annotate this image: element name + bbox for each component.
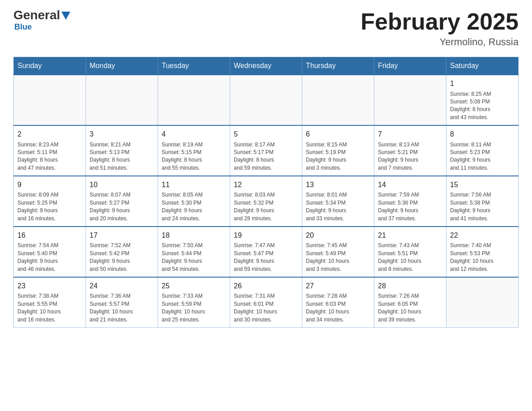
day-info: Sunrise: 8:05 AMSunset: 5:30 PMDaylight:… (162, 191, 226, 223)
day-number: 19 (234, 231, 298, 240)
calendar-cell (374, 75, 446, 125)
day-info: Sunrise: 8:21 AMSunset: 5:13 PMDaylight:… (90, 141, 154, 172)
calendar-cell: 6Sunrise: 8:15 AMSunset: 5:19 PMDaylight… (302, 125, 374, 176)
day-info: Sunrise: 8:23 AMSunset: 5:11 PMDaylight:… (17, 141, 82, 172)
calendar-cell: 12Sunrise: 8:03 AMSunset: 5:32 PMDayligh… (230, 176, 302, 227)
logo-main-text: General (13, 9, 60, 21)
location-text: Yermolino, Russia (360, 36, 519, 48)
day-info: Sunrise: 8:01 AMSunset: 5:34 PMDaylight:… (306, 191, 370, 223)
day-info: Sunrise: 7:26 AMSunset: 6:05 PMDaylight:… (378, 292, 442, 324)
calendar-table: SundayMondayTuesdayWednesdayThursdayFrid… (13, 57, 519, 328)
day-info: Sunrise: 8:11 AMSunset: 5:23 PMDaylight:… (450, 141, 515, 172)
day-info: Sunrise: 8:19 AMSunset: 5:15 PMDaylight:… (162, 141, 226, 172)
weekday-header-thursday: Thursday (302, 57, 374, 75)
day-info: Sunrise: 7:40 AMSunset: 5:53 PMDaylight:… (450, 242, 515, 273)
calendar-cell: 4Sunrise: 8:19 AMSunset: 5:15 PMDaylight… (158, 125, 230, 176)
calendar-cell (14, 75, 86, 125)
calendar-cell: 2Sunrise: 8:23 AMSunset: 5:11 PMDaylight… (14, 125, 86, 176)
calendar-cell: 18Sunrise: 7:50 AMSunset: 5:44 PMDayligh… (158, 227, 230, 277)
day-info: Sunrise: 8:15 AMSunset: 5:19 PMDaylight:… (306, 141, 370, 172)
day-number: 6 (306, 129, 370, 139)
day-info: Sunrise: 8:09 AMSunset: 5:25 PMDaylight:… (17, 191, 82, 223)
day-info: Sunrise: 7:47 AMSunset: 5:47 PMDaylight:… (234, 242, 298, 273)
day-info: Sunrise: 7:31 AMSunset: 6:01 PMDaylight:… (234, 292, 298, 324)
day-info: Sunrise: 8:07 AMSunset: 5:27 PMDaylight:… (90, 191, 154, 223)
calendar-cell: 17Sunrise: 7:52 AMSunset: 5:42 PMDayligh… (86, 227, 158, 277)
calendar-cell: 21Sunrise: 7:43 AMSunset: 5:51 PMDayligh… (374, 227, 446, 277)
calendar-cell: 13Sunrise: 8:01 AMSunset: 5:34 PMDayligh… (302, 176, 374, 227)
calendar-cell: 26Sunrise: 7:31 AMSunset: 6:01 PMDayligh… (230, 277, 302, 327)
day-number: 14 (378, 180, 442, 190)
month-title: February 2025 (360, 9, 519, 34)
day-info: Sunrise: 7:52 AMSunset: 5:42 PMDaylight:… (90, 242, 154, 273)
calendar-cell: 8Sunrise: 8:11 AMSunset: 5:23 PMDaylight… (446, 125, 519, 176)
day-info: Sunrise: 7:43 AMSunset: 5:51 PMDaylight:… (378, 242, 442, 273)
logo: General Blue (13, 9, 70, 32)
calendar-cell (446, 277, 519, 327)
week-row-1: 1Sunrise: 8:25 AMSunset: 5:08 PMDaylight… (14, 75, 519, 125)
day-number: 1 (450, 79, 515, 89)
calendar-cell: 14Sunrise: 7:59 AMSunset: 5:36 PMDayligh… (374, 176, 446, 227)
calendar-cell: 7Sunrise: 8:13 AMSunset: 5:21 PMDaylight… (374, 125, 446, 176)
calendar-cell: 9Sunrise: 8:09 AMSunset: 5:25 PMDaylight… (14, 176, 86, 227)
day-number: 10 (90, 180, 154, 190)
calendar-cell: 11Sunrise: 8:05 AMSunset: 5:30 PMDayligh… (158, 176, 230, 227)
weekday-header-friday: Friday (374, 57, 446, 75)
day-number: 25 (162, 281, 226, 291)
weekday-header-tuesday: Tuesday (158, 57, 230, 75)
calendar-cell: 1Sunrise: 8:25 AMSunset: 5:08 PMDaylight… (446, 75, 519, 125)
calendar-cell: 16Sunrise: 7:54 AMSunset: 5:40 PMDayligh… (14, 227, 86, 277)
day-number: 12 (234, 180, 298, 190)
day-number: 20 (306, 231, 370, 240)
day-number: 2 (17, 129, 82, 139)
calendar-cell: 28Sunrise: 7:26 AMSunset: 6:05 PMDayligh… (374, 277, 446, 327)
day-number: 4 (162, 129, 226, 139)
day-number: 24 (90, 281, 154, 291)
weekday-header-monday: Monday (86, 57, 158, 75)
calendar-cell: 25Sunrise: 7:33 AMSunset: 5:59 PMDayligh… (158, 277, 230, 327)
calendar-cell: 19Sunrise: 7:47 AMSunset: 5:47 PMDayligh… (230, 227, 302, 277)
calendar-cell: 20Sunrise: 7:45 AMSunset: 5:49 PMDayligh… (302, 227, 374, 277)
weekday-header-wednesday: Wednesday (230, 57, 302, 75)
day-number: 8 (450, 129, 515, 139)
day-info: Sunrise: 7:45 AMSunset: 5:49 PMDaylight:… (306, 242, 370, 273)
day-number: 3 (90, 129, 154, 139)
calendar-cell (86, 75, 158, 125)
day-info: Sunrise: 7:56 AMSunset: 5:38 PMDaylight:… (450, 191, 515, 223)
day-info: Sunrise: 8:17 AMSunset: 5:17 PMDaylight:… (234, 141, 298, 172)
day-info: Sunrise: 7:59 AMSunset: 5:36 PMDaylight:… (378, 191, 442, 223)
day-info: Sunrise: 7:28 AMSunset: 6:03 PMDaylight:… (306, 292, 370, 324)
day-number: 21 (378, 231, 442, 240)
day-info: Sunrise: 8:03 AMSunset: 5:32 PMDaylight:… (234, 191, 298, 223)
weekday-header-row: SundayMondayTuesdayWednesdayThursdayFrid… (14, 57, 519, 75)
title-section: February 2025 Yermolino, Russia (360, 9, 519, 48)
day-info: Sunrise: 7:36 AMSunset: 5:57 PMDaylight:… (90, 292, 154, 324)
calendar-cell: 23Sunrise: 7:38 AMSunset: 5:55 PMDayligh… (14, 277, 86, 327)
week-row-2: 2Sunrise: 8:23 AMSunset: 5:11 PMDaylight… (14, 125, 519, 176)
day-info: Sunrise: 8:25 AMSunset: 5:08 PMDaylight:… (450, 90, 515, 122)
calendar-cell: 5Sunrise: 8:17 AMSunset: 5:17 PMDaylight… (230, 125, 302, 176)
logo-sub-text: Blue (13, 22, 32, 32)
day-number: 26 (234, 281, 298, 291)
day-info: Sunrise: 7:50 AMSunset: 5:44 PMDaylight:… (162, 242, 226, 273)
day-number: 17 (90, 231, 154, 240)
day-number: 22 (450, 231, 515, 240)
logo-triangle-icon (61, 12, 70, 20)
day-info: Sunrise: 7:38 AMSunset: 5:55 PMDaylight:… (17, 292, 82, 324)
week-row-4: 16Sunrise: 7:54 AMSunset: 5:40 PMDayligh… (14, 227, 519, 277)
calendar-cell: 27Sunrise: 7:28 AMSunset: 6:03 PMDayligh… (302, 277, 374, 327)
weekday-header-saturday: Saturday (446, 57, 519, 75)
week-row-3: 9Sunrise: 8:09 AMSunset: 5:25 PMDaylight… (14, 176, 519, 227)
day-number: 27 (306, 281, 370, 291)
calendar-cell (302, 75, 374, 125)
day-number: 11 (162, 180, 226, 190)
calendar-cell: 22Sunrise: 7:40 AMSunset: 5:53 PMDayligh… (446, 227, 519, 277)
day-number: 16 (17, 231, 82, 240)
day-number: 5 (234, 129, 298, 139)
day-info: Sunrise: 7:33 AMSunset: 5:59 PMDaylight:… (162, 292, 226, 324)
week-row-5: 23Sunrise: 7:38 AMSunset: 5:55 PMDayligh… (14, 277, 519, 327)
calendar-cell (158, 75, 230, 125)
day-number: 28 (378, 281, 442, 291)
day-number: 23 (17, 281, 82, 291)
calendar-cell: 3Sunrise: 8:21 AMSunset: 5:13 PMDaylight… (86, 125, 158, 176)
